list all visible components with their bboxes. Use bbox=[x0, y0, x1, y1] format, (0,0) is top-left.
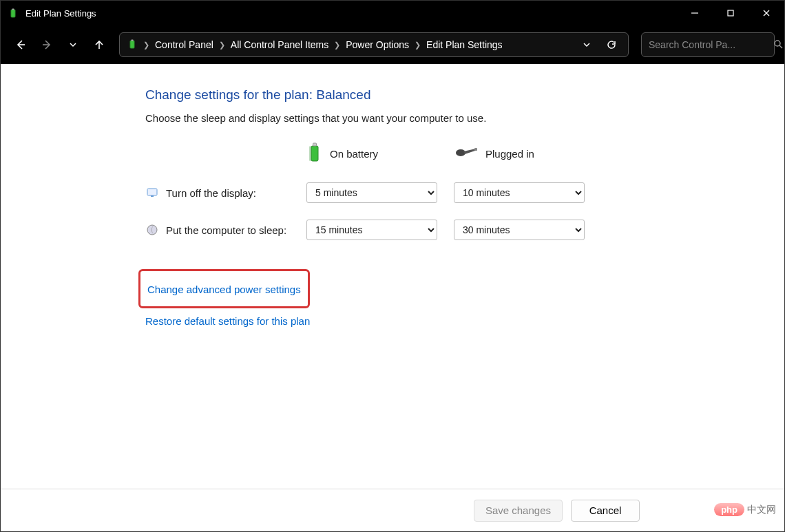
breadcrumb[interactable]: ❯ Control Panel ❯ All Control Panel Item… bbox=[119, 32, 629, 57]
plug-icon bbox=[454, 145, 479, 163]
search-box[interactable] bbox=[641, 32, 775, 57]
search-icon bbox=[773, 39, 783, 51]
chevron-right-icon: ❯ bbox=[219, 41, 225, 50]
crumb-power-options[interactable]: Power Options bbox=[346, 39, 409, 50]
window-title: Edit Plan Settings bbox=[25, 8, 96, 19]
svg-rect-1 bbox=[12, 9, 14, 10]
refresh-button[interactable] bbox=[602, 39, 621, 50]
row-turn-off-display: Turn off the display: bbox=[145, 186, 297, 200]
breadcrumb-dropdown[interactable] bbox=[577, 40, 596, 50]
chevron-right-icon: ❯ bbox=[334, 41, 340, 50]
search-input[interactable] bbox=[649, 39, 769, 50]
back-button[interactable] bbox=[10, 34, 31, 55]
close-button[interactable] bbox=[749, 1, 784, 25]
moon-icon bbox=[145, 223, 159, 237]
battery-icon bbox=[8, 7, 20, 19]
column-label: Plugged in bbox=[485, 148, 534, 160]
battery-icon bbox=[306, 142, 323, 166]
svg-point-11 bbox=[775, 41, 780, 46]
monitor-icon bbox=[145, 186, 159, 200]
sleep-battery-select[interactable]: 15 minutes bbox=[306, 220, 437, 240]
svg-rect-14 bbox=[309, 146, 311, 161]
svg-point-16 bbox=[456, 149, 465, 156]
content-area: Change settings for the plan: Balanced C… bbox=[1, 64, 784, 531]
save-button[interactable]: Save changes bbox=[474, 500, 563, 522]
power-settings-table: On battery Plugged in bbox=[145, 142, 784, 240]
cancel-button[interactable]: Cancel bbox=[571, 500, 640, 522]
svg-rect-0 bbox=[11, 10, 15, 17]
column-plugged-in: Plugged in bbox=[454, 145, 592, 163]
page-description: Choose the sleep and display settings th… bbox=[145, 112, 784, 124]
svg-rect-13 bbox=[311, 146, 318, 161]
titlebar: Edit Plan Settings bbox=[1, 1, 784, 25]
up-button[interactable] bbox=[89, 34, 109, 55]
crumb-edit-plan[interactable]: Edit Plan Settings bbox=[426, 39, 503, 50]
page-title: Change settings for the plan: Balanced bbox=[145, 87, 784, 103]
chevron-right-icon: ❯ bbox=[143, 41, 149, 50]
toolbar: ❯ Control Panel ❯ All Control Panel Item… bbox=[1, 25, 784, 64]
window-controls bbox=[677, 1, 784, 25]
link-advanced-power-settings[interactable]: Change advanced power settings bbox=[147, 284, 301, 295]
svg-rect-3 bbox=[728, 10, 733, 16]
svg-rect-17 bbox=[474, 148, 477, 151]
column-on-battery: On battery bbox=[306, 142, 444, 166]
sleep-plugged-select[interactable]: 30 minutes bbox=[454, 220, 585, 240]
window-frame: Edit Plan Settings bbox=[0, 0, 785, 532]
crumb-control-panel[interactable]: Control Panel bbox=[155, 39, 213, 50]
svg-rect-10 bbox=[132, 39, 134, 41]
row-label-text: Turn off the display: bbox=[166, 187, 256, 199]
watermark-text: 中文网 bbox=[747, 504, 776, 516]
svg-point-20 bbox=[147, 225, 157, 235]
svg-rect-18 bbox=[147, 189, 157, 195]
row-label-text: Put the computer to sleep: bbox=[166, 224, 286, 236]
highlight-box: Change advanced power settings bbox=[138, 269, 310, 308]
display-plugged-select[interactable]: 10 minutes bbox=[454, 182, 585, 203]
forward-button[interactable] bbox=[36, 34, 57, 55]
maximize-button[interactable] bbox=[713, 1, 749, 25]
watermark: php 中文网 bbox=[714, 503, 776, 516]
recent-dropdown[interactable] bbox=[63, 34, 83, 55]
display-battery-select[interactable]: 5 minutes bbox=[306, 182, 437, 203]
crumb-all-items[interactable]: All Control Panel Items bbox=[231, 39, 328, 50]
svg-rect-15 bbox=[313, 143, 317, 146]
link-restore-defaults[interactable]: Restore default settings for this plan bbox=[145, 315, 310, 327]
row-sleep: Put the computer to sleep: bbox=[145, 223, 297, 237]
battery-icon bbox=[127, 39, 138, 52]
svg-rect-19 bbox=[151, 195, 154, 197]
minimize-button[interactable] bbox=[677, 1, 713, 25]
chevron-right-icon: ❯ bbox=[415, 41, 421, 50]
watermark-badge: php bbox=[714, 503, 744, 516]
svg-rect-9 bbox=[130, 41, 134, 48]
svg-line-12 bbox=[779, 45, 782, 48]
column-label: On battery bbox=[330, 148, 378, 160]
footer-bar: Save changes Cancel bbox=[1, 489, 784, 531]
